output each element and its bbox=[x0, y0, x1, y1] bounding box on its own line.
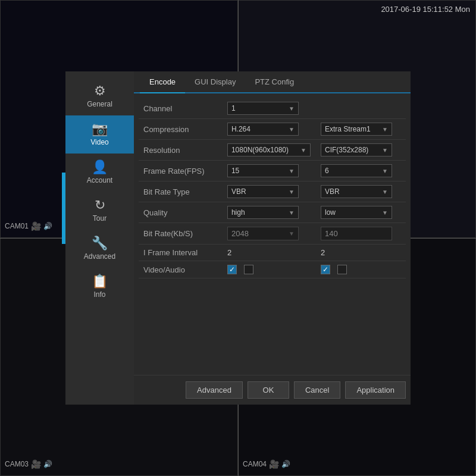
framerate-col1: 15 ▼ bbox=[223, 161, 316, 181]
cam04-audio-icon: 🔊 bbox=[281, 460, 290, 468]
row-label-bitrate: Bit Rate(Kb/S) bbox=[139, 223, 223, 245]
advanced-icon: 🔧 bbox=[92, 237, 108, 250]
framerate-main-dropdown[interactable]: 15 ▼ bbox=[227, 164, 299, 177]
row-label-compression: Compression bbox=[139, 119, 223, 140]
cam-label-04: CAM04 🎥 🔊 bbox=[243, 459, 290, 469]
chevron-down-icon: ▼ bbox=[382, 189, 388, 195]
videoaudio-col1: ✓ bbox=[223, 261, 316, 278]
encode-table: Channel 1 ▼ Compression H.264 bbox=[139, 98, 406, 278]
chevron-down-icon: ▼ bbox=[382, 126, 388, 133]
table-row: Frame Rate(FPS) 15 ▼ 6 ▼ bbox=[139, 161, 406, 181]
video-extra-checkbox[interactable]: ✓ bbox=[321, 265, 330, 274]
table-row: Channel 1 ▼ bbox=[139, 98, 406, 119]
row-label-iframe: I Frame Interval bbox=[139, 245, 223, 261]
chevron-down-icon: ▼ bbox=[382, 147, 388, 154]
video-main-checkbox[interactable]: ✓ bbox=[227, 265, 237, 274]
chevron-down-icon: ▼ bbox=[289, 230, 295, 237]
content-area: Encode GUI Display PTZ Config Channel 1 … bbox=[134, 71, 411, 405]
iframe-main-value: 2 bbox=[227, 248, 231, 257]
chevron-down-icon: ▼ bbox=[289, 126, 295, 133]
quality-extra-dropdown[interactable]: low ▼ bbox=[321, 206, 392, 219]
table-row: Resolution 1080N(960x1080) ▼ CIF(352x288… bbox=[139, 140, 406, 161]
cam04-record-icon: 🎥 bbox=[269, 459, 279, 469]
quality-main-dropdown[interactable]: high ▼ bbox=[227, 206, 299, 219]
cam01-audio-icon: 🔊 bbox=[43, 222, 52, 230]
bitrate-col1: 2048 ▼ bbox=[223, 223, 316, 245]
sidebar-item-video[interactable]: 📷 Video bbox=[65, 115, 134, 154]
tab-ptz-config[interactable]: PTZ Config bbox=[245, 71, 303, 93]
resolution-col2: CIF(352x288) ▼ bbox=[316, 140, 406, 161]
sidebar-label-account: Account bbox=[87, 176, 112, 184]
account-icon: 👤 bbox=[92, 161, 108, 174]
row-label-quality: Quality bbox=[139, 202, 223, 223]
bitratetype-main-dropdown[interactable]: VBR ▼ bbox=[227, 185, 299, 198]
videoaudio-extra-checkboxes: ✓ bbox=[321, 265, 401, 274]
resolution-extra-dropdown[interactable]: CIF(352x288) ▼ bbox=[321, 143, 392, 156]
cancel-button[interactable]: Cancel bbox=[294, 381, 340, 399]
tab-bar: Encode GUI Display PTZ Config bbox=[134, 71, 411, 93]
chevron-down-icon: ▼ bbox=[300, 147, 306, 154]
row-label-bitratetype: Bit Rate Type bbox=[139, 181, 223, 202]
sidebar-item-account[interactable]: 👤 Account bbox=[65, 154, 134, 192]
framerate-extra-dropdown[interactable]: 6 ▼ bbox=[321, 164, 392, 177]
iframe-col1: 2 bbox=[223, 245, 316, 261]
chevron-down-icon: ▼ bbox=[289, 168, 295, 174]
quality-col1: high ▼ bbox=[223, 202, 316, 223]
compression-col2: Extra Stream1 ▼ bbox=[316, 119, 406, 140]
info-icon: 📋 bbox=[92, 275, 108, 288]
cam-label-03: CAM03 🎥 🔊 bbox=[5, 459, 52, 469]
tab-encode[interactable]: Encode bbox=[140, 71, 185, 93]
application-button[interactable]: Application bbox=[345, 381, 406, 399]
table-row: Bit Rate(Kb/S) 2048 ▼ 140 bbox=[139, 223, 406, 245]
cam03-audio-icon: 🔊 bbox=[43, 460, 52, 468]
videoaudio-main-checkboxes: ✓ bbox=[227, 265, 311, 274]
resolution-main-dropdown[interactable]: 1080N(960x1080) ▼ bbox=[227, 143, 311, 156]
dialog-footer: Advanced OK Cancel Application bbox=[134, 375, 411, 405]
channel-dropdown[interactable]: 1 ▼ bbox=[227, 102, 299, 115]
bitratetype-col1: VBR ▼ bbox=[223, 181, 316, 202]
bitratetype-col2: VBR ▼ bbox=[316, 181, 406, 202]
cam04-label: CAM04 bbox=[243, 460, 267, 468]
tab-gui-display[interactable]: GUI Display bbox=[185, 71, 245, 93]
chevron-down-icon: ▼ bbox=[382, 168, 388, 174]
timestamp: 2017-06-19 15:11:52 Mon bbox=[381, 5, 470, 14]
sidebar-label-advanced: Advanced bbox=[84, 252, 115, 261]
row-label-framerate: Frame Rate(FPS) bbox=[139, 161, 223, 181]
audio-extra-checkbox[interactable] bbox=[337, 265, 347, 274]
sidebar-label-video: Video bbox=[90, 138, 108, 146]
sidebar-item-info[interactable]: 📋 Info bbox=[65, 268, 134, 306]
audio-main-checkbox[interactable] bbox=[244, 265, 253, 274]
sidebar-item-general[interactable]: ⚙ General bbox=[65, 77, 134, 115]
compression-extra-dropdown[interactable]: Extra Stream1 ▼ bbox=[321, 123, 392, 136]
sidebar-item-advanced[interactable]: 🔧 Advanced bbox=[65, 230, 134, 268]
table-row: I Frame Interval 2 2 bbox=[139, 245, 406, 261]
iframe-col2: 2 bbox=[316, 245, 406, 261]
channel-col2 bbox=[316, 98, 406, 119]
row-label-resolution: Resolution bbox=[139, 140, 223, 161]
iframe-extra-value: 2 bbox=[321, 248, 325, 257]
bitratetype-extra-dropdown[interactable]: VBR ▼ bbox=[321, 185, 392, 198]
tour-icon: ↻ bbox=[95, 199, 105, 212]
table-row: Quality high ▼ low ▼ bbox=[139, 202, 406, 223]
row-label-channel: Channel bbox=[139, 98, 223, 119]
cam01-record-icon: 🎥 bbox=[31, 221, 41, 231]
chevron-down-icon: ▼ bbox=[289, 105, 295, 112]
compression-col1: H.264 ▼ bbox=[223, 119, 316, 140]
compression-main-dropdown[interactable]: H.264 ▼ bbox=[227, 123, 299, 136]
cam03-record-icon: 🎥 bbox=[31, 459, 41, 469]
framerate-col2: 6 ▼ bbox=[316, 161, 406, 181]
sidebar-label-info: Info bbox=[93, 290, 105, 299]
bitrate-col2: 140 bbox=[316, 223, 406, 245]
sidebar-label-tour: Tour bbox=[93, 214, 107, 223]
table-row: Bit Rate Type VBR ▼ VBR ▼ bbox=[139, 181, 406, 202]
sidebar-label-general: General bbox=[87, 100, 112, 108]
table-row: Compression H.264 ▼ Extra Stream1 ▼ bbox=[139, 119, 406, 140]
advanced-button[interactable]: Advanced bbox=[186, 381, 243, 399]
resolution-col1: 1080N(960x1080) ▼ bbox=[223, 140, 316, 161]
video-icon: 📷 bbox=[92, 123, 108, 136]
chevron-down-icon: ▼ bbox=[289, 189, 295, 195]
sidebar-item-tour[interactable]: ↻ Tour bbox=[65, 192, 134, 230]
cam03-label: CAM03 bbox=[5, 460, 29, 468]
ok-button[interactable]: OK bbox=[248, 381, 289, 399]
videoaudio-col2: ✓ bbox=[316, 261, 406, 278]
